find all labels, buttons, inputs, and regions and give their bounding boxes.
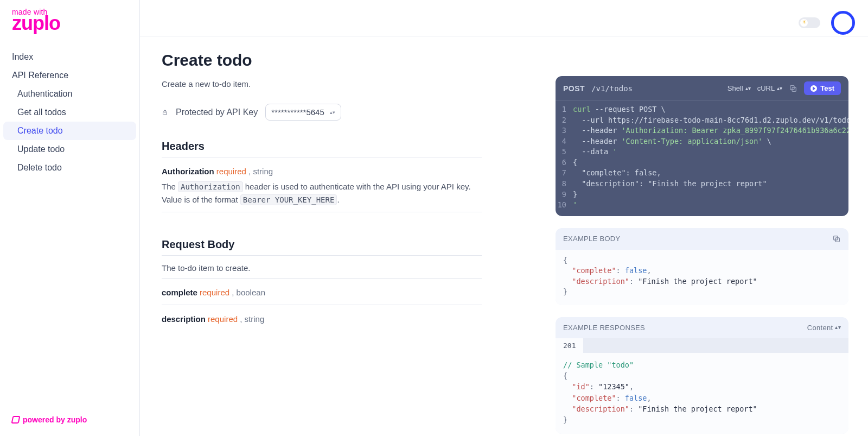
zuplo-mark-icon — [11, 416, 21, 424]
response-tab-201[interactable]: 201 — [556, 338, 584, 353]
chevron-updown-icon: ▴▾ — [745, 86, 751, 91]
copy-icon[interactable] — [832, 235, 841, 243]
chevron-updown-icon: ▴▾ — [330, 109, 335, 116]
api-key-select[interactable]: ***********5645 ▴▾ — [265, 104, 341, 121]
divider — [162, 157, 482, 157]
nav-index[interactable]: Index — [0, 48, 139, 66]
docs-column: Create todo Create a new to-do item. Pro… — [162, 47, 482, 436]
brand-logo: zuplo — [12, 12, 127, 35]
chevron-updown-icon: ▴▾ — [777, 86, 782, 91]
nav-authentication[interactable]: Authentication — [0, 85, 139, 103]
param-type: , string — [248, 167, 273, 176]
main: Create todo Create a new to-do item. Pro… — [140, 0, 868, 436]
api-key-value: ***********5645 — [271, 108, 324, 117]
headers-heading: Headers — [162, 140, 482, 153]
page-description: Create a new to-do item. — [162, 79, 482, 89]
request-panel: POST /v1/todos Shell ▴▾ cURL ▴▾ Test 1cu… — [556, 76, 848, 216]
example-body-header: EXAMPLE BODY — [556, 228, 848, 250]
request-panel-header: POST /v1/todos Shell ▴▾ cURL ▴▾ Test — [556, 76, 848, 101]
example-body-code[interactable]: { "complete": false, "description": "Fin… — [556, 250, 848, 305]
copy-icon[interactable] — [789, 84, 797, 93]
nav-api-reference[interactable]: API Reference — [0, 66, 139, 85]
http-path: /v1/todos — [591, 84, 633, 93]
param-authorization: Authorization required , string The Auth… — [162, 165, 482, 212]
nav-get-all-todos[interactable]: Get all todos — [0, 103, 139, 122]
body-desc: The to-do item to create. — [162, 263, 482, 273]
http-method: POST — [563, 84, 585, 93]
divider — [162, 255, 482, 256]
test-button[interactable]: Test — [804, 81, 841, 95]
param-desc: The Authorization header is used to auth… — [162, 180, 482, 206]
page-title: Create todo — [162, 51, 482, 69]
powered-by-label: powered by zuplo — [23, 415, 87, 424]
response-body-code[interactable]: // Sample "todo" { "id": "12345", "compl… — [556, 353, 848, 434]
code-column: POST /v1/todos Shell ▴▾ cURL ▴▾ Test 1cu… — [556, 76, 848, 436]
param-required: required — [216, 167, 246, 176]
content-select[interactable]: Content ▴▾ — [807, 324, 841, 332]
param-name: complete — [162, 288, 197, 297]
code-authorization: Authorization — [178, 181, 243, 192]
nav-delete-todo[interactable]: Delete todo — [0, 159, 139, 177]
divider — [162, 278, 482, 279]
lock-icon — [162, 109, 168, 116]
body-heading: Request Body — [162, 238, 482, 251]
param-required: required — [208, 314, 238, 324]
param-description: description required , string — [162, 313, 482, 331]
chevron-updown-icon: ▴▾ — [835, 325, 841, 330]
param-name: description — [162, 314, 206, 324]
param-complete: complete required , boolean — [162, 286, 482, 305]
code-bearer: Bearer YOUR_KEY_HERE — [240, 194, 337, 205]
param-required: required — [200, 288, 229, 297]
brand: made with zuplo — [0, 4, 139, 42]
protected-label: Protected by API Key — [176, 108, 258, 117]
nav: Index API Reference Authentication Get a… — [0, 48, 139, 177]
example-responses-header: EXAMPLE RESPONSES Content ▴▾ — [556, 317, 848, 338]
variant-select[interactable]: cURL ▴▾ — [757, 84, 783, 92]
example-responses-panel: EXAMPLE RESPONSES Content ▴▾ 201 // Samp… — [556, 317, 848, 434]
svg-rect-0 — [163, 112, 167, 115]
powered-by[interactable]: powered by zuplo — [12, 415, 87, 424]
response-tabs: 201 — [556, 338, 848, 353]
nav-update-todo[interactable]: Update todo — [0, 140, 139, 159]
play-icon — [810, 85, 817, 92]
example-body-panel: EXAMPLE BODY { "complete": false, "descr… — [556, 228, 848, 305]
param-type: , string — [240, 314, 264, 324]
nav-create-todo[interactable]: Create todo — [3, 122, 136, 140]
protected-row: Protected by API Key ***********5645 ▴▾ — [162, 104, 482, 121]
language-select[interactable]: Shell ▴▾ — [727, 84, 751, 92]
param-name: Authorization — [162, 167, 214, 176]
sidebar: made with zuplo Index API Reference Auth… — [0, 0, 140, 436]
request-code[interactable]: 1curl --request POST \2 --url https://fi… — [556, 101, 848, 216]
param-type: , boolean — [232, 288, 265, 297]
